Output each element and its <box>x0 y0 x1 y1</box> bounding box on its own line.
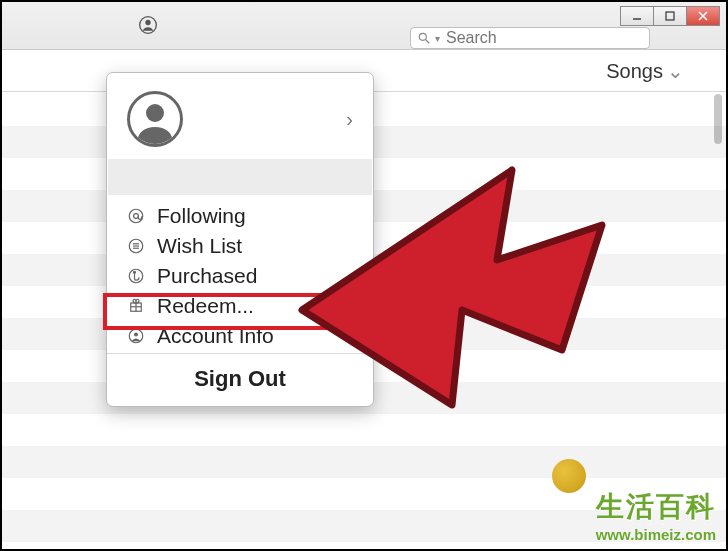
menu-label: Following <box>157 204 246 228</box>
maximize-button[interactable] <box>653 6 687 26</box>
list-icon <box>125 235 147 257</box>
toolbar: ▾ <box>2 2 726 50</box>
table-row[interactable] <box>2 446 726 478</box>
svg-point-21 <box>134 333 138 337</box>
svg-rect-5 <box>666 12 674 20</box>
window-controls <box>620 6 720 26</box>
close-button[interactable] <box>686 6 720 26</box>
menu-label: Redeem... <box>157 294 254 318</box>
search-field[interactable]: ▾ <box>410 27 650 49</box>
dropdown-caret-icon: ▾ <box>435 33 440 44</box>
chevron-down-icon: ⌄ <box>667 60 684 82</box>
tab-songs[interactable]: Songs⌄ <box>606 59 684 83</box>
watermark-url: www.bimeiz.com <box>596 526 716 543</box>
menu-item-wish-list[interactable]: Wish List <box>107 231 373 261</box>
table-row[interactable] <box>2 542 726 551</box>
menu-label: Purchased <box>157 264 257 288</box>
account-icon[interactable] <box>138 15 158 39</box>
account-menu: › Following Wish List Purchased <box>106 72 374 407</box>
watermark: 生活百科 www.bimeiz.com <box>596 488 716 543</box>
chevron-right-icon[interactable]: › <box>346 108 353 131</box>
svg-line-3 <box>426 40 430 44</box>
menu-item-account-info[interactable]: Account Info <box>107 321 373 351</box>
table-row[interactable] <box>2 414 726 446</box>
svg-point-9 <box>129 209 143 223</box>
avatar[interactable] <box>127 91 183 147</box>
menu-item-following[interactable]: Following <box>107 201 373 231</box>
svg-point-1 <box>145 20 150 25</box>
watermark-text: 生活百科 <box>596 488 716 526</box>
minimize-button[interactable] <box>620 6 654 26</box>
menu-label: Account Info <box>157 324 274 348</box>
watermark-dot-icon <box>552 459 586 493</box>
menu-separator <box>107 353 373 354</box>
svg-point-2 <box>419 33 426 40</box>
scrollbar[interactable] <box>714 94 722 144</box>
purchased-icon <box>125 265 147 287</box>
svg-point-10 <box>134 214 139 219</box>
account-name-band <box>108 159 372 195</box>
svg-point-16 <box>134 271 136 273</box>
svg-point-8 <box>146 104 164 122</box>
tab-songs-label: Songs <box>606 60 663 82</box>
person-icon <box>125 325 147 347</box>
search-input[interactable] <box>444 28 648 48</box>
menu-label: Wish List <box>157 234 242 258</box>
at-icon <box>125 205 147 227</box>
menu-label: Sign Out <box>194 366 286 391</box>
menu-item-sign-out[interactable]: Sign Out <box>107 356 373 406</box>
menu-item-purchased[interactable]: Purchased <box>107 261 373 291</box>
gift-icon <box>125 295 147 317</box>
menu-item-redeem[interactable]: Redeem... <box>107 291 373 321</box>
